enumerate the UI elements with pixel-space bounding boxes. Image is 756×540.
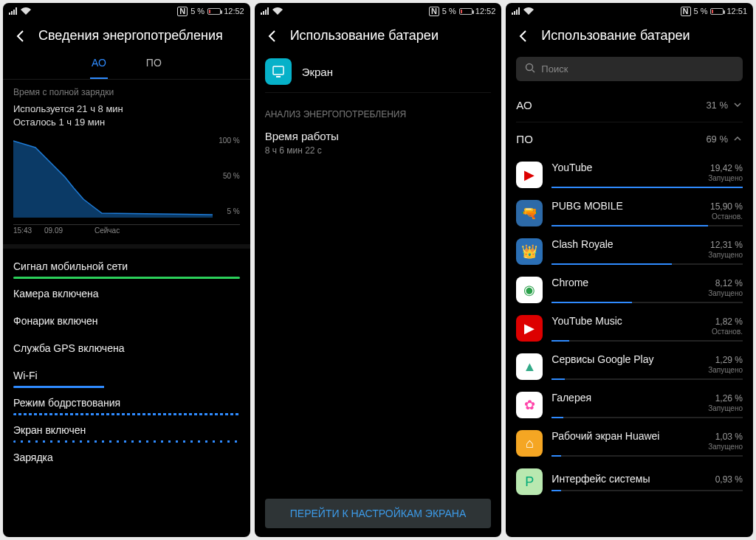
battery-icon — [459, 8, 472, 15]
goto-screen-settings-button[interactable]: ПЕРЕЙТИ К НАСТРОЙКАМ ЭКРАНА — [265, 499, 492, 528]
row-torch[interactable]: Фонарик включен — [3, 306, 250, 333]
svg-point-2 — [526, 64, 533, 71]
analysis-header: АНАЛИЗ ЭНЕРГОПОТРЕБЛЕНИЯ — [255, 96, 502, 124]
tab-software[interactable]: ПО — [145, 54, 163, 72]
app-name: YouTube — [551, 162, 592, 173]
search-icon — [525, 63, 535, 75]
titlebar: Использование батареи — [506, 19, 753, 54]
tabs: АО ПО — [3, 54, 250, 80]
battery-icon — [207, 8, 221, 15]
chevron-down-icon — [734, 100, 741, 111]
search-placeholder: Поиск — [541, 63, 568, 75]
app-percent: 0,93 % — [715, 474, 743, 485]
app-name: YouTube Music — [551, 315, 622, 327]
app-percent: 1,29 % — [715, 355, 743, 365]
app-status: Запущено — [708, 174, 743, 182]
wifi-icon — [272, 7, 283, 15]
chart-y-5: 5 % — [227, 207, 239, 215]
app-status: Запущено — [708, 289, 743, 297]
row-wifi-label: Wi-Fi — [13, 370, 240, 381]
titlebar: Использование батареи — [255, 19, 502, 54]
row-screen[interactable]: Экран включен — [3, 415, 250, 443]
app-item[interactable]: ◉Chrome8,12 %Запущено — [506, 271, 753, 309]
group-software-label: ПО — [516, 133, 532, 145]
app-item[interactable]: ✿Галерея1,26 %Запущено — [506, 386, 753, 424]
app-progress-bar — [551, 302, 743, 303]
app-status: Запущено — [708, 366, 743, 374]
app-item[interactable]: ▶YouTube19,42 %Запущено — [506, 156, 753, 194]
app-status: Останов. — [710, 212, 743, 221]
app-status: Запущено — [708, 404, 743, 412]
app-item[interactable]: 👑Clash Royale12,31 %Запущено — [506, 232, 753, 271]
screen-battery-usage-detail: N 5 % 12:52 Использование батареи Экран … — [255, 3, 502, 537]
row-gps[interactable]: Служба GPS включена — [3, 333, 250, 361]
page-title: Использование батареи — [290, 28, 439, 44]
app-progress-bar — [551, 378, 743, 380]
app-icon: 👑 — [516, 238, 543, 265]
app-item[interactable]: PИнтерфейс системы0,93 % — [506, 463, 753, 501]
item-screen[interactable]: Экран — [255, 54, 502, 92]
row-signal[interactable]: Сигнал мобильной сети — [3, 252, 250, 279]
group-software[interactable]: ПО 69 % — [506, 122, 753, 156]
status-bar: N 5 % 12:52 — [255, 3, 502, 19]
app-icon: ✿ — [516, 392, 543, 418]
tab-hardware[interactable]: АО — [90, 54, 108, 72]
app-name: PUBG MOBILE — [551, 200, 622, 212]
app-progress-bar — [551, 455, 743, 457]
app-percent: 1,03 % — [715, 432, 743, 442]
app-progress-bar — [551, 340, 743, 342]
group-hardware-label: АО — [516, 99, 532, 111]
signal-icon — [512, 7, 520, 15]
row-torch-label: Фонарик включен — [13, 315, 240, 327]
battery-percent: 5 % — [190, 7, 205, 15]
app-progress-bar — [551, 263, 743, 265]
app-item[interactable]: ⌂Рабочий экран Huawei1,03 %Запущено — [506, 424, 753, 463]
clock: 12:51 — [726, 7, 747, 15]
nfc-icon: N — [429, 7, 439, 16]
app-name: Интерфейс системы — [551, 473, 650, 485]
app-progress-bar — [551, 417, 743, 418]
app-status: Запущено — [708, 251, 743, 259]
app-item[interactable]: ▶YouTube Music1,82 %Останов. — [506, 309, 753, 347]
row-camera-label: Камера включена — [13, 288, 240, 300]
screen-icon — [265, 58, 292, 85]
app-progress-bar — [551, 225, 743, 226]
app-name: Сервисы Google Play — [551, 353, 653, 365]
battery-percent: 5 % — [442, 7, 456, 15]
remaining-time: Осталось 1 ч 19 мин — [13, 117, 240, 128]
status-bar: N 5 % 12:52 — [3, 3, 250, 19]
back-icon[interactable] — [265, 29, 280, 44]
back-icon[interactable] — [13, 29, 28, 44]
app-item[interactable]: ▲Сервисы Google Play1,29 %Запущено — [506, 347, 753, 386]
row-awake-label: Режим бодрствования — [13, 397, 240, 409]
app-item[interactable]: 🔫PUBG MOBILE15,90 %Останов. — [506, 194, 753, 232]
row-gps-label: Служба GPS включена — [13, 342, 240, 354]
item-screen-label: Экран — [302, 66, 333, 78]
svg-rect-1 — [276, 76, 281, 77]
row-wifi[interactable]: Wi-Fi — [3, 361, 250, 388]
wifi-icon — [21, 7, 31, 15]
row-awake[interactable]: Режим бодрствования — [3, 388, 250, 415]
app-icon: ▶ — [516, 315, 543, 342]
search-input[interactable]: Поиск — [516, 57, 743, 81]
app-percent: 1,82 % — [715, 316, 743, 327]
group-hardware[interactable]: АО 31 % — [506, 89, 753, 122]
wifi-icon — [523, 7, 534, 15]
app-name: Рабочий экран Huawei — [551, 430, 659, 442]
back-icon[interactable] — [516, 29, 531, 44]
svg-rect-0 — [273, 66, 284, 75]
row-charging[interactable]: Зарядка — [3, 443, 250, 470]
signal-icon — [261, 7, 269, 15]
clock: 12:52 — [475, 7, 496, 15]
app-icon: ▶ — [516, 162, 543, 188]
row-camera[interactable]: Камера включена — [3, 279, 250, 306]
since-full-section: Время с полной зарядки Используется 21 ч… — [3, 80, 250, 228]
battery-chart-svg — [13, 136, 213, 218]
page-title: Использование батареи — [541, 28, 690, 44]
screen-energy-details: N 5 % 12:52 Сведения энергопотребления А… — [3, 3, 250, 537]
app-icon: ▲ — [516, 353, 543, 380]
screen-battery-usage-apps: N 5 % 12:51 Использование батареи Поиск … — [506, 3, 753, 537]
page-title: Сведения энергопотребления — [38, 28, 223, 44]
chart-x-start: 15:43 — [13, 226, 32, 235]
app-status: Останов. — [712, 328, 743, 336]
